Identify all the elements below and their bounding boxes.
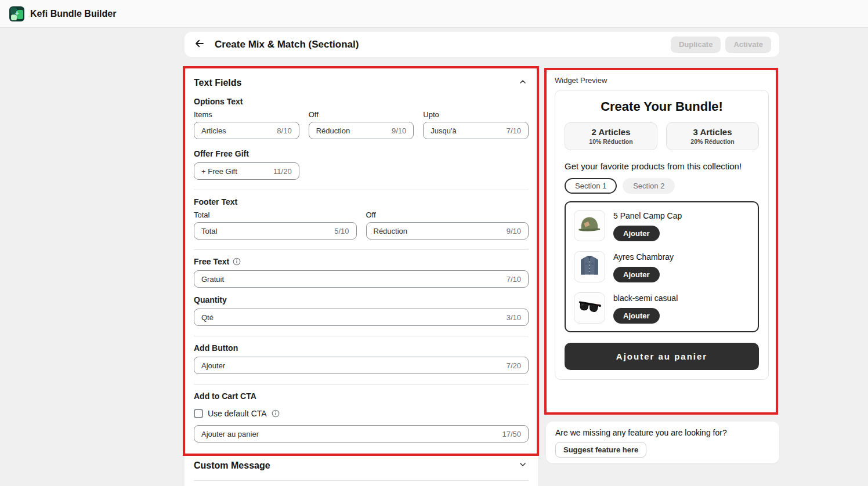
sunglasses-icon [576, 293, 603, 322]
bundle-options: 2 Articles 10% Réduction 3 Articles 20% … [565, 122, 759, 150]
use-default-cta-label: Use default CTA [208, 409, 267, 418]
app-title: Kefi Bundle Builder [30, 9, 116, 19]
free-text-label: Free Text [194, 257, 229, 266]
add-product-button[interactable]: Ajouter [613, 308, 660, 324]
info-icon[interactable] [233, 257, 241, 266]
use-default-cta-row: Use default CTA [194, 409, 529, 418]
option-subtitle: 20% Réduction [669, 138, 756, 145]
options-text-label: Options Text [194, 97, 529, 106]
info-icon[interactable] [272, 409, 280, 418]
collection-subtitle: Get your favorite products from this col… [565, 161, 759, 171]
bundle-option-2-articles[interactable]: 2 Articles 10% Réduction [565, 122, 657, 150]
chevron-up-icon [518, 77, 527, 88]
use-default-cta-checkbox[interactable] [194, 409, 203, 418]
cap-icon [576, 211, 603, 240]
product-info: 5 Panel Camp Cap Ajouter [613, 210, 682, 241]
footer-off-counter: 9/10 [507, 227, 521, 235]
total-counter: 5/10 [334, 227, 349, 235]
free-text-value: Gratuit [201, 275, 224, 284]
free-gift-counter: 11/20 [273, 167, 292, 176]
free-text-counter: 7/10 [507, 275, 521, 284]
jacket-icon [577, 253, 602, 281]
free-gift-input[interactable]: + Free Gift 11/20 [194, 162, 299, 180]
app-topbar: + Kefi Bundle Builder [0, 0, 868, 28]
option-title: 3 Articles [669, 127, 756, 137]
page-content: Create Mix & Match (Sectional) Duplicate… [0, 28, 868, 486]
footer-text-fields: Total Total 5/10 Off Réduction 9/10 [194, 211, 529, 240]
quantity-value: Qté [201, 313, 214, 322]
off-label: Off [309, 110, 414, 119]
add-product-button[interactable]: Ajouter [613, 267, 660, 282]
option-subtitle: 10% Réduction [567, 138, 654, 145]
product-info: black-semi casual Ajouter [613, 292, 678, 324]
option-title: 2 Articles [567, 127, 654, 137]
quantity-input[interactable]: Qté 3/10 [194, 309, 529, 326]
footer-off-input[interactable]: Réduction 9/10 [366, 222, 529, 240]
suggest-feature-button[interactable]: Suggest feature here [555, 442, 646, 458]
product-row: black-semi casual Ajouter [574, 292, 750, 324]
product-row: Ayres Chambray Ajouter [574, 251, 750, 282]
field-group-total: Total Total 5/10 [194, 211, 357, 240]
product-title: black-semi casual [613, 293, 678, 303]
field-group-footer-off: Off Réduction 9/10 [366, 211, 529, 240]
add-button-value: Ajouter [201, 361, 225, 370]
page-title: Create Mix & Match (Sectional) [215, 39, 359, 50]
product-title: Ayres Chambray [613, 252, 674, 262]
product-image-denim-jacket [574, 251, 605, 282]
collapse-section-button[interactable] [517, 76, 529, 89]
add-to-cart-cta-button[interactable]: Ajouter au panier [565, 343, 759, 370]
custom-message-section-header[interactable]: Custom Message [194, 459, 529, 481]
items-label: Items [194, 110, 299, 119]
duplicate-button[interactable]: Duplicate [671, 37, 721, 53]
off-input[interactable]: Réduction 9/10 [309, 122, 414, 139]
divider [194, 384, 529, 385]
upto-input[interactable]: Jusqu'à 7/10 [423, 122, 529, 139]
custom-message-title: Custom Message [194, 460, 270, 471]
tab-section-1[interactable]: Section 1 [565, 178, 617, 194]
quantity-label: Quantity [194, 295, 529, 304]
footer-off-label: Off [366, 211, 529, 219]
cart-cta-value: Ajouter au panier [201, 430, 259, 438]
free-text-label-row: Free Text [194, 257, 529, 266]
activate-button[interactable]: Activate [725, 37, 771, 53]
bundle-title: Create Your Bundle! [565, 99, 759, 114]
add-button-input[interactable]: Ajouter 7/20 [194, 357, 529, 374]
upto-counter: 7/10 [507, 126, 521, 135]
section-tabs: Section 1 Section 2 [565, 178, 759, 194]
total-label: Total [194, 211, 357, 219]
items-input[interactable]: Articles 8/10 [194, 122, 299, 139]
text-fields-panel: Text Fields Options Text Items Articles … [185, 68, 538, 486]
product-row: 5 Panel Camp Cap Ajouter [574, 210, 750, 241]
add-product-button[interactable]: Ajouter [613, 226, 660, 241]
quantity-counter: 3/10 [507, 313, 521, 322]
free-text-input[interactable]: Gratuit 7/10 [194, 270, 529, 288]
expand-section-button[interactable] [517, 459, 529, 472]
products-list: 5 Panel Camp Cap Ajouter [565, 201, 759, 332]
upto-label: Upto [423, 110, 529, 119]
back-button[interactable] [193, 38, 207, 52]
divider [194, 190, 529, 190]
divider [194, 336, 529, 336]
product-title: 5 Panel Camp Cap [613, 211, 682, 220]
tab-section-2[interactable]: Section 2 [623, 178, 675, 194]
text-fields-title: Text Fields [194, 78, 241, 88]
total-input[interactable]: Total 5/10 [194, 222, 357, 240]
footer-off-value: Réduction [374, 227, 408, 235]
arrow-left-icon [194, 38, 205, 50]
widget-preview-label: Widget Preview [555, 76, 769, 85]
widget-preview-panel: Widget Preview Create Your Bundle! 2 Art… [546, 70, 777, 413]
items-counter: 8/10 [277, 126, 291, 135]
offer-free-gift-label: Offer Free Gift [194, 149, 529, 158]
field-group-upto: Upto Jusqu'à 7/10 [423, 110, 529, 139]
footer-text-label: Footer Text [194, 197, 529, 206]
add-button-counter: 7/20 [507, 361, 521, 370]
chevron-down-icon [518, 460, 527, 471]
bundle-preview-card: Create Your Bundle! 2 Articles 10% Réduc… [555, 90, 769, 380]
text-fields-section-header: Text Fields [194, 76, 529, 89]
free-gift-value: + Free Gift [201, 167, 237, 176]
divider [194, 249, 529, 250]
bundle-option-3-articles[interactable]: 3 Articles 20% Réduction [666, 122, 759, 150]
cart-cta-input[interactable]: Ajouter au panier 17/50 [194, 425, 529, 443]
product-image-camp-cap [574, 210, 605, 241]
upto-value: Jusqu'à [431, 126, 456, 135]
